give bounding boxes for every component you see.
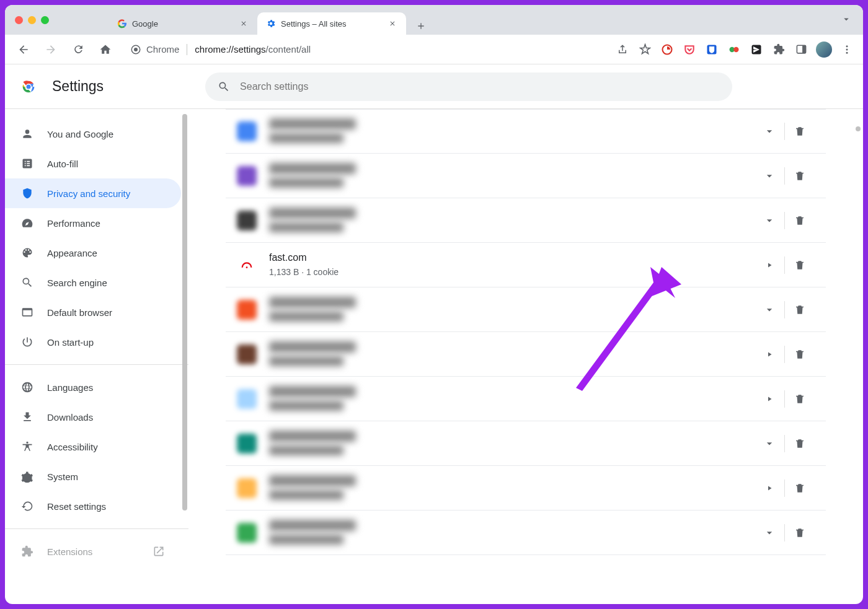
site-favicon-icon — [237, 389, 257, 409]
settings-content: xxxxxxxxxxxxxxxxxxxxxxxxxxxxxxxxxxxxxxxx… — [188, 109, 863, 604]
sidebar-item-extensions[interactable]: Extensions — [5, 537, 181, 566]
url-text: chrome://settings/content/all — [195, 44, 311, 55]
sidebar-item-accessibility[interactable]: Accessibility — [5, 432, 181, 462]
site-row[interactable]: xxxxxxxxxxxxxxx — [226, 510, 826, 555]
sidepanel-icon[interactable] — [794, 42, 808, 57]
site-name: xxxxxxxx — [269, 208, 755, 220]
ext-bitwarden-icon[interactable] — [704, 42, 719, 57]
sidebar-item-system[interactable]: System — [5, 462, 181, 491]
svg-rect-8 — [802, 45, 806, 53]
site-row-actions — [755, 340, 815, 369]
minimize-window-button[interactable] — [28, 16, 36, 24]
delete-site-button[interactable] — [785, 250, 815, 280]
close-window-button[interactable] — [15, 16, 23, 24]
site-row-actions — [755, 429, 815, 458]
expand-arrow-icon[interactable] — [755, 384, 784, 414]
sidebar-item-languages[interactable]: Languages — [5, 372, 181, 402]
settings-sidebar: You and Google Auto-fill Privacy and sec… — [5, 109, 188, 604]
address-bar[interactable]: Chrome chrome://settings/content/all — [123, 39, 608, 60]
sidebar-item-performance[interactable]: Performance — [5, 208, 181, 238]
extensions-icon[interactable] — [771, 42, 786, 57]
chevron-down-icon[interactable] — [755, 161, 784, 191]
bookmark-icon[interactable] — [637, 42, 652, 57]
chevron-down-icon[interactable] — [755, 429, 784, 458]
page-title: Settings — [52, 78, 104, 95]
forward-button[interactable] — [41, 40, 61, 59]
site-row-actions — [755, 518, 815, 548]
site-row[interactable]: xxxxxxxxxxxxxxx — [226, 287, 826, 332]
sidebar-item-startup[interactable]: On start-up — [5, 327, 181, 357]
sidebar-scrollbar[interactable] — [182, 114, 187, 510]
site-meta: xxxxxxx — [269, 535, 755, 546]
site-favicon-icon — [237, 344, 257, 364]
chevron-down-icon[interactable] — [755, 206, 784, 235]
chevron-down-icon[interactable] — [755, 295, 784, 325]
toolbar: Chrome chrome://settings/content/all — [5, 35, 863, 64]
toolbar-actions — [615, 42, 854, 58]
delete-site-button[interactable] — [785, 384, 815, 414]
site-row[interactable]: xxxxxxxxxxxxxxx — [226, 377, 826, 421]
tabs-dropdown-icon[interactable] — [841, 14, 852, 27]
external-link-icon — [153, 545, 165, 558]
expand-arrow-icon[interactable] — [755, 473, 784, 503]
tab-title: Settings – All sites — [281, 19, 383, 28]
close-tab-icon[interactable] — [388, 19, 397, 28]
new-tab-button[interactable] — [412, 17, 430, 35]
delete-site-button[interactable] — [785, 206, 815, 235]
site-favicon-icon — [237, 121, 257, 141]
content-scrollbar[interactable] — [856, 126, 861, 131]
home-button[interactable] — [95, 40, 115, 59]
url-scheme-label: Chrome — [146, 44, 179, 55]
chevron-down-icon[interactable] — [755, 116, 784, 146]
sidebar-item-autofill[interactable]: Auto-fill — [5, 149, 181, 178]
delete-site-button[interactable] — [785, 473, 815, 503]
settings-search-input[interactable] — [240, 81, 720, 92]
google-favicon-icon — [117, 19, 127, 28]
delete-site-button[interactable] — [785, 518, 815, 548]
site-favicon-icon — [237, 255, 257, 275]
site-row-actions — [755, 384, 815, 414]
sidebar-item-search[interactable]: Search engine — [5, 268, 181, 297]
ext-send-icon[interactable] — [749, 42, 764, 57]
site-row[interactable]: xxxxxxxxxxxxxxx — [226, 332, 826, 377]
reload-button[interactable] — [68, 40, 88, 59]
back-button[interactable] — [14, 40, 33, 59]
tab-google[interactable]: Google — [108, 12, 257, 35]
ext-privacy-icon[interactable] — [727, 42, 742, 57]
settings-search[interactable] — [205, 72, 732, 101]
sidebar-divider — [5, 528, 188, 529]
close-tab-icon[interactable] — [239, 19, 249, 28]
delete-site-button[interactable] — [785, 429, 815, 458]
site-info: xxxxxxxxxxxxxxx — [269, 386, 755, 412]
sidebar-item-privacy[interactable]: Privacy and security — [5, 178, 181, 208]
sidebar-item-default-browser[interactable]: Default browser — [5, 297, 181, 327]
sidebar-item-appearance[interactable]: Appearance — [5, 238, 181, 268]
chrome-menu-icon[interactable] — [839, 42, 854, 57]
profile-avatar[interactable] — [816, 42, 832, 58]
sidebar-item-downloads[interactable]: Downloads — [5, 402, 181, 432]
site-row[interactable]: xxxxxxxxxxxxxxx — [226, 198, 826, 243]
maximize-window-button[interactable] — [41, 16, 49, 24]
site-row[interactable]: fast.com1,133 B · 1 cookie — [226, 243, 826, 287]
site-row-actions — [755, 473, 815, 503]
delete-site-button[interactable] — [785, 340, 815, 369]
delete-site-button[interactable] — [785, 116, 815, 146]
site-row[interactable]: xxxxxxxxxxxxxxx — [226, 109, 826, 154]
ext-adblock-icon[interactable] — [660, 42, 675, 57]
expand-arrow-icon[interactable] — [755, 250, 784, 280]
sidebar-item-you[interactable]: You and Google — [5, 119, 181, 149]
tab-settings[interactable]: Settings – All sites — [257, 12, 406, 35]
sidebar-item-reset[interactable]: Reset settings — [5, 491, 181, 521]
expand-arrow-icon[interactable] — [755, 340, 784, 369]
site-row[interactable]: xxxxxxxxxxxxxxx — [226, 421, 826, 466]
share-icon[interactable] — [615, 42, 630, 57]
tabs-container: Google Settings – All sites — [108, 5, 430, 35]
delete-site-button[interactable] — [785, 161, 815, 191]
chrome-logo-icon — [20, 78, 37, 95]
site-meta: xxxxxxx — [269, 445, 755, 457]
site-row[interactable]: xxxxxxxxxxxxxxx — [226, 154, 826, 198]
ext-pocket-icon[interactable] — [682, 42, 697, 57]
chevron-down-icon[interactable] — [755, 518, 784, 548]
delete-site-button[interactable] — [785, 295, 815, 325]
site-row[interactable]: xxxxxxxxxxxxxxx — [226, 466, 826, 510]
